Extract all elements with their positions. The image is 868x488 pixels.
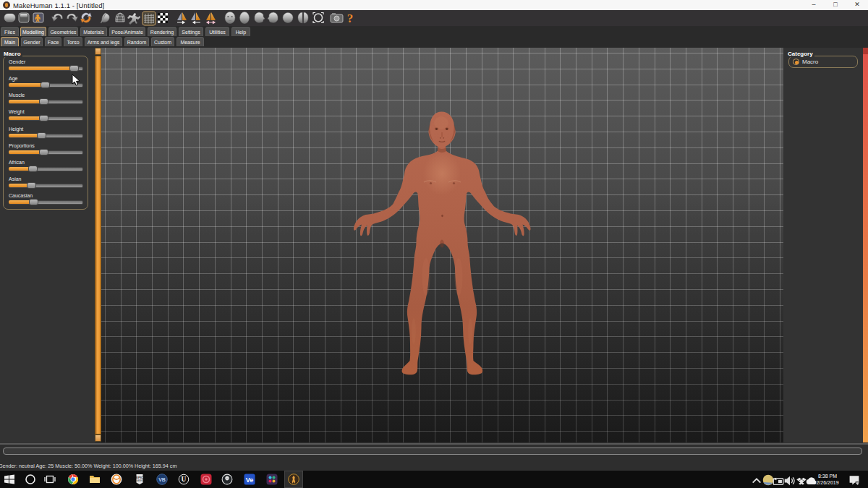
svg-text:Ve: Ve	[246, 476, 254, 484]
svg-text:U: U	[182, 476, 187, 483]
svg-text:EPIC: EPIC	[136, 476, 143, 479]
svg-text:VB: VB	[158, 477, 166, 482]
svg-text:GAMES: GAMES	[136, 479, 143, 482]
svg-text:?: ?	[347, 12, 354, 25]
